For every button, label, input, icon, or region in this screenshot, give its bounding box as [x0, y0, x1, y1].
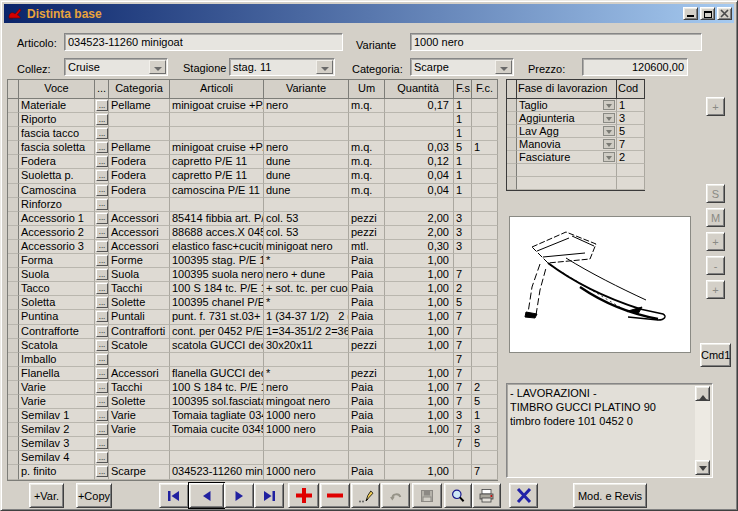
plus2-button[interactable]: + — [706, 280, 725, 299]
nav-prev-button[interactable] — [189, 483, 224, 508]
s-button[interactable]: S — [706, 184, 725, 203]
row-detail-button[interactable]: ... — [96, 142, 108, 153]
fasi-row-selector[interactable] — [507, 177, 517, 190]
row-detail-button[interactable]: ... — [96, 100, 108, 111]
categoria-dropdown[interactable]: Scarpe — [410, 58, 514, 76]
articolo-input[interactable]: 034523-11260 minigoat — [64, 33, 343, 51]
row-detail-button[interactable]: ... — [96, 438, 108, 449]
mod-revis-button[interactable]: Mod. e Revis — [573, 483, 647, 508]
collez-dropdown[interactable]: Cruise — [64, 58, 168, 76]
row-selector[interactable] — [8, 325, 19, 339]
nav-first-button[interactable] — [159, 483, 189, 508]
chevron-down-icon[interactable] — [603, 100, 615, 110]
stagione-dropdown[interactable]: stag. 11 — [229, 58, 335, 76]
row-detail-button[interactable]: ... — [96, 326, 108, 337]
row-selector[interactable] — [8, 113, 19, 127]
m-button[interactable]: M — [706, 208, 725, 227]
copy-button[interactable]: +Copy — [76, 483, 112, 508]
fasi-row-selector[interactable] — [507, 125, 517, 138]
row-detail-button[interactable]: ... — [96, 269, 108, 280]
row-detail-button[interactable]: ... — [96, 311, 108, 322]
undo-button[interactable] — [381, 483, 410, 508]
row-selector[interactable] — [8, 240, 19, 254]
row-detail-button[interactable]: ... — [96, 213, 108, 224]
row-detail-button[interactable]: ... — [96, 396, 108, 407]
chevron-down-icon[interactable] — [603, 126, 615, 136]
row-detail-button[interactable]: ... — [96, 227, 108, 238]
row-selector[interactable] — [8, 437, 19, 451]
row-detail-button[interactable]: ... — [96, 452, 108, 463]
nav-last-button[interactable] — [254, 483, 284, 508]
row-selector[interactable] — [8, 268, 19, 282]
remove-row-button[interactable] — [320, 483, 350, 508]
fase-dropdown[interactable]: Aggiunteria — [517, 112, 617, 125]
row-selector[interactable] — [8, 451, 19, 465]
save-button[interactable] — [412, 483, 442, 508]
minus-button[interactable]: - — [706, 256, 725, 275]
row-detail-button[interactable]: ... — [96, 241, 108, 252]
close-button[interactable] — [717, 7, 732, 20]
row-selector[interactable] — [8, 296, 19, 310]
row-selector[interactable] — [8, 409, 19, 423]
row-selector[interactable] — [8, 423, 19, 437]
chevron-down-icon[interactable] — [603, 152, 615, 162]
variante-input[interactable]: 1000 nero — [410, 33, 702, 51]
close-form-button[interactable] — [509, 483, 538, 508]
row-selector[interactable] — [8, 254, 19, 268]
row-detail-button[interactable]: ... — [96, 410, 108, 421]
row-detail-button[interactable]: ... — [96, 424, 108, 435]
row-selector[interactable] — [8, 381, 19, 395]
fase-dropdown[interactable]: Fasciature — [517, 151, 617, 164]
cmd1-button[interactable]: Cmd1 — [700, 343, 731, 367]
row-selector[interactable] — [8, 212, 19, 226]
row-detail-button[interactable]: ... — [96, 199, 108, 210]
row-selector[interactable] — [8, 141, 19, 155]
row-detail-button[interactable]: ... — [96, 368, 108, 379]
row-detail-button[interactable]: ... — [96, 185, 108, 196]
row-selector[interactable] — [8, 395, 19, 409]
row-detail-button[interactable]: ... — [96, 170, 108, 181]
add-row-button[interactable] — [288, 483, 319, 508]
row-selector[interactable] — [8, 184, 19, 198]
row-selector[interactable] — [8, 155, 19, 169]
row-selector[interactable] — [8, 127, 19, 141]
row-detail-button[interactable]: ... — [96, 128, 108, 139]
nav-next-button[interactable] — [224, 483, 254, 508]
chevron-down-icon[interactable] — [495, 60, 512, 74]
row-detail-button[interactable]: ... — [96, 283, 108, 294]
fasi-row-selector[interactable] — [507, 138, 517, 151]
scroll-up-icon[interactable] — [695, 386, 710, 401]
row-detail-button[interactable]: ... — [96, 466, 108, 477]
fase-dropdown[interactable]: Manovia — [517, 138, 617, 151]
row-detail-button[interactable]: ... — [96, 114, 108, 125]
row-detail-button[interactable]: ... — [96, 255, 108, 266]
fasi-row-selector[interactable] — [507, 112, 517, 125]
fasi-row-selector[interactable] — [507, 99, 517, 112]
chevron-down-icon[interactable] — [149, 60, 166, 74]
lavorazioni-scrollbar[interactable] — [695, 386, 710, 475]
minimize-button[interactable] — [683, 7, 698, 20]
chevron-down-icon[interactable] — [316, 60, 333, 74]
fase-dropdown[interactable]: Taglio — [517, 99, 617, 112]
row-selector[interactable] — [8, 310, 19, 324]
row-detail-button[interactable]: ... — [96, 297, 108, 308]
find-button[interactable] — [444, 483, 472, 508]
row-selector[interactable] — [8, 226, 19, 240]
row-detail-button[interactable]: ... — [96, 354, 108, 365]
scroll-down-icon[interactable] — [695, 460, 710, 475]
chevron-down-icon[interactable] — [603, 139, 615, 149]
add-variant-button[interactable]: +Var. — [29, 483, 64, 508]
fasi-row-selector[interactable] — [507, 164, 517, 177]
chevron-down-icon[interactable] — [603, 113, 615, 123]
print-button[interactable] — [472, 483, 501, 508]
row-selector[interactable] — [8, 367, 19, 381]
row-selector[interactable] — [8, 99, 19, 113]
row-detail-button[interactable]: ... — [96, 382, 108, 393]
maximize-button[interactable] — [700, 7, 715, 20]
fase-dropdown[interactable]: Lav Agg — [517, 125, 617, 138]
fasi-add-button[interactable]: + — [706, 97, 725, 116]
row-selector[interactable] — [8, 169, 19, 183]
row-selector[interactable] — [8, 198, 19, 212]
prezzo-input[interactable]: 120600,00 — [582, 58, 688, 76]
row-selector[interactable] — [8, 339, 19, 353]
